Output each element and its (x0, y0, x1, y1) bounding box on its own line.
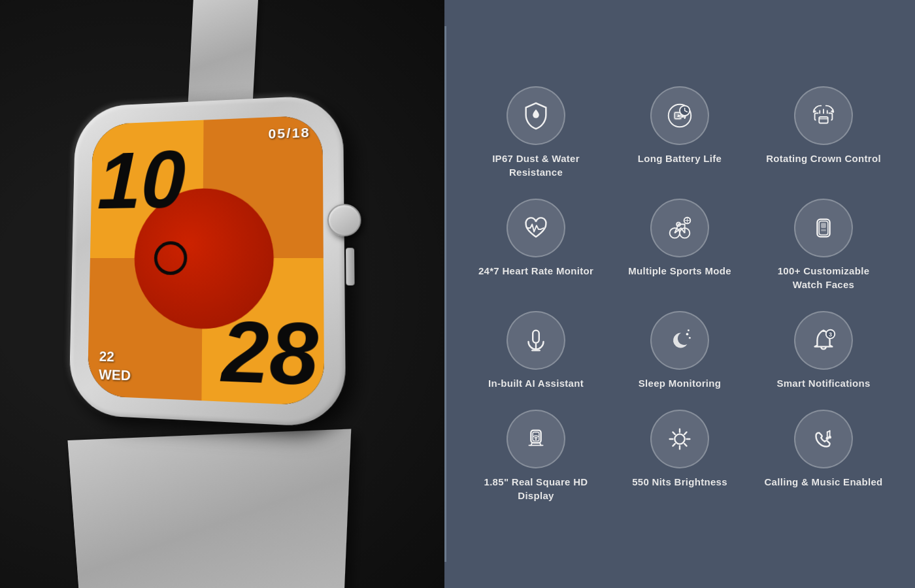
brightness-icon-circle (650, 410, 709, 468)
svg-line-40 (684, 432, 686, 434)
feature-sports: Multiple Sports Mode (614, 192, 745, 298)
svg-rect-18 (821, 229, 826, 231)
ip67-label: IP67 Dust & Water Resistance (474, 152, 598, 179)
calling-icon-circle (794, 410, 853, 468)
feature-calling: Calling & Music Enabled (758, 403, 889, 509)
svg-rect-17 (821, 223, 826, 228)
battery-icon-circle (650, 86, 709, 145)
features-grid: IP67 Dust & Water Resistance L (471, 80, 889, 509)
watch-date-display: 05/18 (268, 125, 310, 142)
sleep-icon-circle (650, 311, 709, 370)
svg-point-22 (686, 333, 689, 335)
svg-point-24 (688, 329, 690, 331)
brightness-label: 550 Nits Brightness (632, 475, 727, 489)
watch-screen: 10 28 05/18 22 WED (88, 115, 325, 406)
features-panel: IP67 Dust & Water Resistance L (444, 0, 915, 588)
battery-label: Long Battery Life (638, 152, 722, 165)
watch-crown (327, 204, 361, 237)
feature-battery: Long Battery Life (614, 80, 745, 186)
feature-notifications: 3 Smart Notifications (758, 304, 889, 397)
display-label: 1.85" Real Square HD Display (474, 475, 598, 502)
panel-divider (444, 26, 446, 562)
crown-rotate-icon (808, 101, 839, 131)
shield-water-icon (521, 101, 551, 131)
svg-rect-19 (533, 330, 539, 342)
feature-watchfaces: 100+ Customizable Watch Faces (758, 192, 889, 298)
display-icon-circle (507, 410, 565, 468)
svg-point-23 (689, 336, 691, 338)
watch-minute: 28 (221, 309, 318, 399)
watch-weekday-display: 22 WED (99, 348, 131, 386)
sports-mode-icon (665, 213, 695, 243)
watch-case: 10 28 05/18 22 WED (69, 94, 346, 428)
watchfaces-label: 100+ Customizable Watch Faces (761, 264, 886, 291)
feature-ip67: IP67 Dust & Water Resistance (471, 80, 601, 186)
display-icon (521, 424, 551, 454)
crown-icon-circle (794, 86, 853, 145)
svg-point-33 (674, 434, 684, 444)
crown-label: Rotating Crown Control (766, 152, 881, 165)
brightness-icon (665, 424, 695, 454)
watch-hour: 10 (97, 139, 186, 221)
feature-display: 1.85" Real Square HD Display (471, 403, 601, 509)
watch-side-button (346, 248, 355, 286)
svg-line-41 (673, 444, 674, 446)
calling-music-icon (808, 424, 839, 454)
battery-icon (665, 101, 695, 131)
ai-icon-circle (507, 311, 565, 370)
heart-icon-circle (507, 199, 565, 257)
sports-label: Multiple Sports Mode (628, 264, 731, 278)
notifications-icon-circle: 3 (794, 311, 853, 370)
heart-rate-icon (521, 213, 551, 243)
band-bottom (67, 429, 351, 588)
calling-label: Calling & Music Enabled (764, 475, 882, 489)
feature-ai: In-built AI Assistant (471, 304, 601, 397)
ip67-icon-circle (507, 86, 565, 145)
sports-icon-circle (650, 199, 709, 257)
svg-rect-7 (819, 116, 827, 123)
feature-sleep: Sleep Monitoring (614, 304, 745, 397)
watch-faces-icon (808, 213, 839, 243)
feature-brightness: 550 Nits Brightness (614, 403, 745, 509)
heart-label: 24*7 Heart Rate Monitor (478, 264, 593, 278)
feature-heart: 24*7 Heart Rate Monitor (471, 192, 601, 298)
svg-text:3: 3 (829, 331, 832, 338)
svg-point-44 (828, 435, 831, 438)
watch-image-panel: 10 28 05/18 22 WED (0, 0, 444, 588)
svg-point-29 (535, 438, 537, 440)
feature-crown: Rotating Crown Control (758, 80, 889, 186)
notifications-label: Smart Notifications (776, 376, 870, 390)
bell-notification-icon: 3 (808, 325, 839, 355)
svg-line-39 (684, 444, 686, 446)
sleep-monitor-icon (665, 325, 695, 355)
svg-line-38 (673, 432, 674, 434)
ai-label: In-built AI Assistant (488, 376, 584, 390)
sleep-label: Sleep Monitoring (639, 376, 721, 390)
microphone-icon (521, 325, 551, 355)
watchfaces-icon-circle (794, 199, 853, 257)
